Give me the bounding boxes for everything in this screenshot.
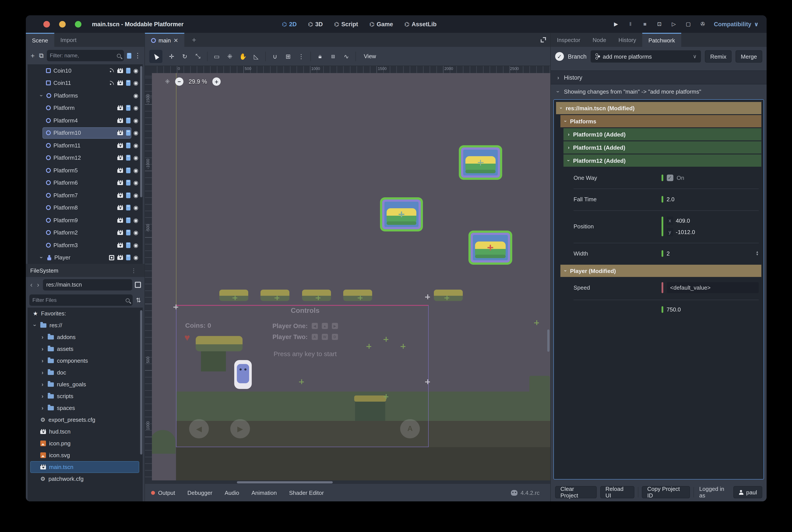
move-pivot-button[interactable]: ⁜ bbox=[226, 53, 234, 60]
merge-button[interactable]: Merge bbox=[736, 50, 762, 62]
filesystem-menu-button[interactable]: ⋮ bbox=[127, 267, 140, 274]
main-screen-tab[interactable]: ⌬ 3D bbox=[308, 21, 323, 27]
scene-tree-row[interactable]: Platform9 ◉ bbox=[27, 214, 143, 226]
pan-tool-button[interactable]: ✋ bbox=[239, 53, 247, 60]
inspector-dock-tab[interactable]: Patchwork bbox=[642, 33, 681, 47]
rotate-tool-button[interactable]: ↻ bbox=[181, 53, 189, 60]
added-node-row-expanded[interactable]: › Platform12 (Added) bbox=[564, 154, 761, 167]
chevron-right-icon[interactable]: › bbox=[40, 393, 45, 399]
snap-options-button[interactable]: ⋮ bbox=[297, 53, 305, 60]
scene-tab-main[interactable]: main ✕ bbox=[145, 33, 184, 47]
branch-select[interactable]: add more platforms ∨ bbox=[591, 50, 701, 62]
main-screen-tab[interactable]: ⌬ AssetLib bbox=[405, 21, 437, 27]
file-filter-input[interactable] bbox=[32, 297, 124, 303]
signal-icon[interactable] bbox=[109, 80, 114, 86]
movie-maker-button[interactable]: ✇ bbox=[699, 21, 706, 27]
main-screen-tab[interactable]: ⌬ 2D bbox=[282, 21, 297, 27]
filesystem-tree-row[interactable]: hud.tscn bbox=[27, 426, 143, 437]
chevron-right-icon[interactable]: › bbox=[40, 381, 45, 387]
filesystem-tree-row[interactable]: ⚙ patchwork.cfg bbox=[27, 473, 143, 485]
scale-tool-button[interactable]: ⤡ bbox=[194, 53, 202, 60]
nav-forward-button[interactable]: › bbox=[36, 281, 40, 289]
platforms-group-row[interactable]: › Platforms bbox=[560, 115, 761, 127]
script-icon[interactable] bbox=[126, 130, 130, 136]
zoom-in-button[interactable]: ＋ bbox=[212, 77, 221, 86]
animation-icon[interactable] bbox=[117, 143, 123, 148]
visibility-icon[interactable]: ◉ bbox=[133, 105, 139, 111]
chevron-right-icon[interactable]: › bbox=[40, 369, 45, 376]
select-tool-button[interactable] bbox=[149, 50, 162, 63]
signal-icon[interactable] bbox=[109, 68, 114, 73]
bottom-panel-button[interactable]: Shader Editor bbox=[289, 489, 324, 496]
position-x-value[interactable]: 409.0 bbox=[676, 217, 690, 224]
main-screen-tab[interactable]: ⌬ Game bbox=[369, 21, 393, 27]
scene-tree-row[interactable]: Platform5 ◉ bbox=[27, 164, 143, 176]
animation-icon[interactable] bbox=[117, 106, 123, 111]
grid-snap-button[interactable]: ⊞ bbox=[284, 53, 292, 60]
visibility-icon[interactable]: ◉ bbox=[133, 93, 139, 98]
visibility-icon[interactable]: ◉ bbox=[133, 168, 139, 173]
scene-tree-row[interactable]: Platform4 ◉ bbox=[27, 114, 143, 127]
animation-icon[interactable] bbox=[117, 193, 123, 198]
script-icon[interactable] bbox=[126, 155, 130, 161]
view-menu-button[interactable]: View bbox=[361, 53, 379, 59]
script-icon[interactable] bbox=[126, 192, 130, 198]
animation-icon[interactable] bbox=[117, 118, 123, 123]
visibility-icon[interactable]: ◉ bbox=[133, 130, 139, 136]
path-input[interactable] bbox=[46, 282, 129, 288]
added-node-row[interactable]: › Platform10 (Added) bbox=[564, 128, 761, 140]
scene-filter-input[interactable] bbox=[50, 53, 115, 59]
animation-icon[interactable] bbox=[117, 81, 123, 86]
scene-tree-row[interactable]: Coin10 ◉ bbox=[27, 64, 143, 77]
scene-tree-row[interactable]: Platform ◉ bbox=[27, 102, 143, 114]
play-custom-scene-button[interactable]: ▢ bbox=[685, 21, 692, 27]
group-icon[interactable] bbox=[109, 255, 114, 260]
script-icon[interactable] bbox=[126, 80, 130, 86]
animation-icon[interactable] bbox=[117, 205, 123, 210]
added-node-row[interactable]: › Platform11 (Added) bbox=[564, 141, 761, 154]
selected-platform-10[interactable] bbox=[459, 145, 502, 180]
width-value[interactable]: 2 bbox=[667, 250, 670, 256]
visibility-icon[interactable]: ◉ bbox=[133, 118, 139, 124]
filesystem-tree-row[interactable]: icon.svg bbox=[27, 449, 143, 461]
filesystem-tree-row[interactable]: ★ Favorites: bbox=[27, 307, 143, 319]
script-icon[interactable] bbox=[126, 118, 130, 124]
player-sprite[interactable] bbox=[234, 360, 252, 389]
script-icon[interactable] bbox=[126, 68, 130, 74]
inspector-dock-tab[interactable]: Node bbox=[587, 33, 612, 47]
remix-button[interactable]: Remix bbox=[705, 50, 732, 62]
chevron-right-icon[interactable]: › bbox=[40, 405, 45, 411]
filesystem-tree-row[interactable]: icon.png bbox=[27, 437, 143, 449]
history-section[interactable]: › History bbox=[551, 71, 767, 84]
script-icon[interactable] bbox=[126, 142, 130, 148]
play-button[interactable]: ▶ bbox=[612, 21, 620, 27]
bottom-panel-button[interactable]: Animation bbox=[252, 489, 277, 496]
center-view-icon[interactable]: ⁜ bbox=[165, 78, 170, 85]
animation-icon[interactable] bbox=[117, 155, 123, 160]
animation-icon[interactable] bbox=[117, 180, 123, 185]
copy-project-id-button[interactable]: Copy Project ID bbox=[642, 486, 690, 498]
new-scene-tab-button[interactable]: ＋ bbox=[184, 33, 204, 47]
spinner-icon[interactable]: ▲▼ bbox=[756, 250, 759, 256]
animation-icon[interactable] bbox=[117, 255, 123, 260]
user-button[interactable]: paul bbox=[734, 486, 762, 498]
selected-platform-11[interactable] bbox=[380, 197, 423, 231]
visibility-icon[interactable]: ◉ bbox=[133, 180, 139, 186]
script-icon[interactable] bbox=[126, 242, 130, 248]
filesystem-tree-row[interactable]: › spaces bbox=[27, 402, 143, 414]
2d-canvas[interactable]: Coins: 0 ♥ Controls Player One: ◀ ▲ ▶ bbox=[152, 73, 550, 480]
scene-tree-row[interactable]: Platform6 ◉ bbox=[27, 176, 143, 189]
scene-tree-row[interactable]: Platform10 ◉ bbox=[27, 127, 143, 139]
visibility-icon[interactable]: ◉ bbox=[133, 80, 139, 86]
scene-dock-tab[interactable]: Import bbox=[54, 33, 83, 47]
showing-changes-section[interactable]: › Showing changes from "main" -> "add mo… bbox=[551, 84, 767, 98]
chevron-down-icon[interactable]: › bbox=[32, 323, 38, 327]
scene-dock-tab[interactable]: Scene bbox=[26, 33, 54, 47]
chevron-right-icon[interactable]: › bbox=[40, 334, 45, 340]
remote-debug-button[interactable]: ⊡ bbox=[656, 21, 663, 27]
visibility-icon[interactable]: ◉ bbox=[133, 242, 139, 248]
visibility-icon[interactable]: ◉ bbox=[133, 230, 139, 235]
checkbox-checked-icon[interactable]: ✓ bbox=[667, 174, 673, 181]
renderer-select[interactable]: Compatibility ∨ bbox=[714, 21, 759, 27]
chevron-down-icon[interactable]: › bbox=[38, 93, 45, 98]
